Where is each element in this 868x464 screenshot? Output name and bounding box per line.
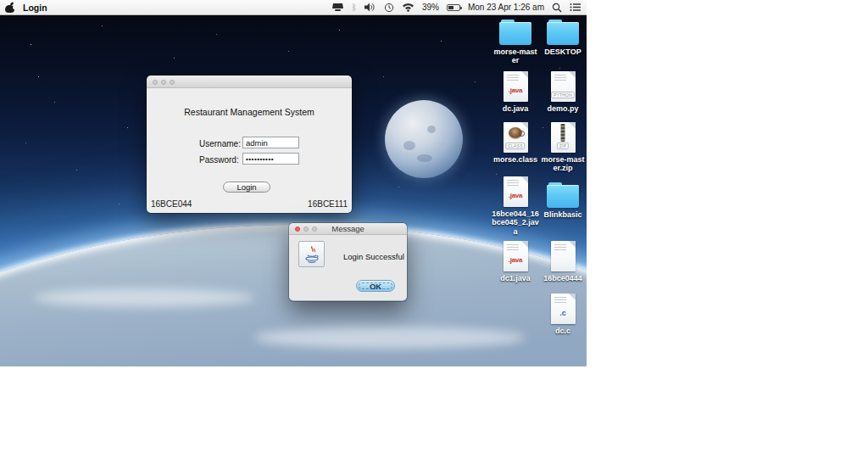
icon-label: morse.class <box>493 155 537 164</box>
moon-crater <box>417 154 432 162</box>
icon-label: demo.py <box>547 104 578 113</box>
java-file-icon: .java <box>504 241 528 271</box>
close-button[interactable] <box>153 80 158 85</box>
login-window-body: Restaurant Management System Username: a… <box>147 88 352 213</box>
moon-crater <box>403 141 415 150</box>
message-dialog: Message Login Successful OK <box>289 223 407 301</box>
password-field[interactable]: •••••••••• <box>242 153 299 165</box>
file-type-badge: ZIP <box>557 143 569 149</box>
folder-icon <box>547 20 579 45</box>
desktop-icon-blinkbasic[interactable]: Blinkbasic <box>539 180 587 219</box>
bluetooth-icon[interactable]: ᛒ <box>352 3 357 12</box>
folder-icon <box>547 182 579 208</box>
footer-roll-number-right: 16BCE111 <box>308 199 348 209</box>
zipper-icon <box>561 124 565 142</box>
volume-icon[interactable] <box>364 3 376 12</box>
login-button[interactable]: Login <box>223 182 270 193</box>
message-text: Login Successful <box>343 252 404 261</box>
java-file-icon: .java <box>504 71 528 102</box>
java-file-icon: .java <box>504 176 528 207</box>
battery-icon[interactable] <box>447 4 460 11</box>
zip-file-icon: ZIP <box>551 122 576 153</box>
moon <box>385 100 463 178</box>
zoom-button[interactable] <box>312 226 317 232</box>
apple-menu-icon[interactable] <box>5 3 14 13</box>
battery-percent-label: 39% <box>422 3 439 12</box>
minimize-button[interactable] <box>303 226 309 232</box>
desktop-icon-16bce0444[interactable]: 16bce0444 <box>539 241 587 282</box>
clock-icon[interactable] <box>384 3 394 13</box>
file-type-badge: PYTHON <box>551 92 575 98</box>
desktop-icon-morse-master[interactable]: morse-master <box>492 17 539 65</box>
desktop-icon-dc-c[interactable]: .c dc.c <box>539 293 587 335</box>
focus-ring <box>359 282 392 289</box>
wifi-icon[interactable] <box>402 3 415 12</box>
class-file-icon: CLASS <box>504 122 528 153</box>
display-icon[interactable] <box>331 3 344 12</box>
icon-label: 16bce044_16bce045_2.java <box>492 210 539 236</box>
spotlight-search-icon[interactable] <box>552 3 562 13</box>
folder-icon <box>499 20 531 45</box>
zoom-button[interactable] <box>170 80 175 85</box>
file-type-text: .java <box>504 87 528 94</box>
message-dialog-titlebar[interactable]: Message <box>289 223 407 235</box>
menu-bar-clock[interactable]: Mon 23 Apr 1:26 am <box>468 3 544 12</box>
icon-label: 16bce0444 <box>543 274 582 282</box>
icon-label: dc.java <box>503 104 529 113</box>
file-type-text: .java <box>504 256 528 264</box>
file-type-badge: CLASS <box>505 143 525 149</box>
desktop-icon-desktop-folder[interactable]: DESKTOP <box>539 17 587 56</box>
desktop-icon-morse-master-zip[interactable]: ZIP morse-master.zip <box>539 122 587 173</box>
dialog-title: Message <box>331 224 364 233</box>
minimize-button[interactable] <box>161 80 166 85</box>
login-window: Restaurant Management System Username: a… <box>147 75 352 213</box>
java-logo-icon <box>298 241 325 267</box>
desktop-icon-dc1-java[interactable]: .java dc1.java <box>492 241 539 282</box>
c-file-icon: .c <box>551 293 576 324</box>
plain-file-icon <box>551 241 576 271</box>
cloud <box>34 288 254 307</box>
file-type-text: .c <box>551 309 576 317</box>
moon-crater <box>427 126 436 133</box>
password-label: Password: <box>199 155 239 165</box>
icon-label: DESKTOP <box>544 48 581 56</box>
desktop-icon-demo-py[interactable]: PYTHON demo.py <box>539 71 587 113</box>
notification-center-icon[interactable] <box>570 3 581 12</box>
icon-label: Blinkbasic <box>543 210 581 219</box>
close-button[interactable] <box>295 226 300 232</box>
app-menu-name[interactable]: Login <box>23 3 47 13</box>
message-dialog-body: Login Successful OK <box>289 235 407 300</box>
login-heading: Restaurant Management System <box>147 107 352 117</box>
icon-label: morse-master.zip <box>539 155 587 173</box>
desktop-screen: Login ᛒ 39% Mon 23 Apr 1:26 am <box>0 0 587 366</box>
menu-bar: Login ᛒ 39% Mon 23 Apr 1:26 am <box>0 0 587 15</box>
desktop-icon-16bce044-java[interactable]: .java 16bce044_16bce045_2.java <box>492 176 539 236</box>
footer-roll-number-left: 16BCE044 <box>151 199 192 209</box>
icon-label: dc1.java <box>500 274 531 282</box>
python-file-icon: PYTHON <box>551 71 576 102</box>
coffee-cup-icon <box>509 127 522 138</box>
desktop-icon-dc-java[interactable]: .java dc.java <box>492 71 539 113</box>
file-type-text: .java <box>504 192 528 199</box>
username-field[interactable]: admin <box>242 137 299 148</box>
icon-label: dc.c <box>555 327 570 335</box>
ok-button[interactable]: OK <box>356 280 395 292</box>
login-window-titlebar[interactable] <box>147 75 352 88</box>
cloud <box>254 327 526 349</box>
icon-label: morse-master <box>492 48 539 65</box>
desktop-icon-morse-class[interactable]: CLASS morse.class <box>492 122 539 164</box>
username-label: Username: <box>199 139 241 148</box>
